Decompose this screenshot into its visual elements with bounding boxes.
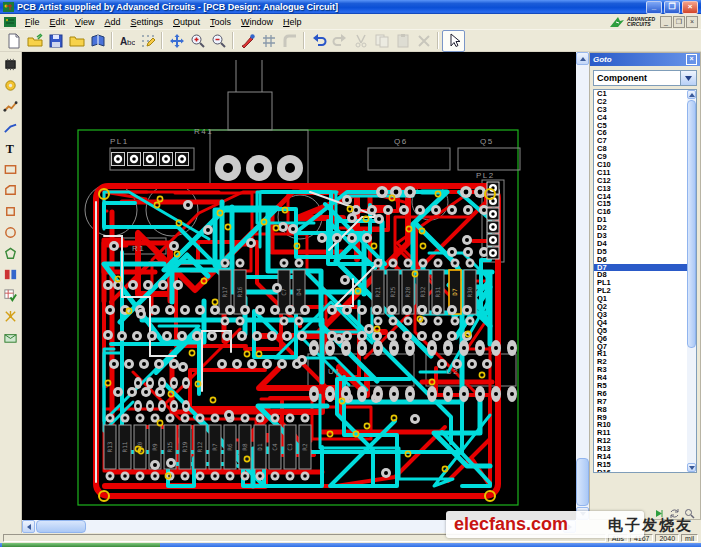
menu-item-output[interactable]: Output <box>168 16 205 28</box>
tool-square-button[interactable] <box>1 202 20 221</box>
menu-item-add[interactable]: Add <box>99 16 125 28</box>
canvas-vscrollbar[interactable] <box>576 52 589 520</box>
scroll-right-button[interactable] <box>563 520 576 533</box>
goto-list-item-c16[interactable]: C16 <box>594 208 696 216</box>
menu-item-tools[interactable]: Tools <box>205 16 236 28</box>
menu-item-settings[interactable]: Settings <box>125 16 168 28</box>
goto-list-item-r6[interactable]: R6 <box>594 390 696 398</box>
goto-list-item-r2[interactable]: R2 <box>594 358 696 366</box>
goto-list-item-r3[interactable]: R3 <box>594 366 696 374</box>
toolbar-cut-button[interactable] <box>350 31 371 51</box>
restore-button[interactable]: ❐ <box>664 1 680 14</box>
toolbar-save-button[interactable] <box>45 31 66 51</box>
goto-list-item-c5[interactable]: C5 <box>594 122 696 130</box>
menu-item-edit[interactable]: Edit <box>45 16 71 28</box>
toolbar-zoom-in-button[interactable] <box>187 31 208 51</box>
goto-list-item-r1[interactable]: R1 <box>594 350 696 358</box>
scroll-left-button[interactable] <box>22 520 35 533</box>
goto-list-item-d6[interactable]: D6 <box>594 256 696 264</box>
tool-shape-button[interactable] <box>1 181 20 200</box>
chevron-down-icon[interactable] <box>680 71 696 85</box>
goto-list-item-c8[interactable]: C8 <box>594 145 696 153</box>
goto-component-list[interactable]: C1C2C3C4C5C6C7C8C9C10C11C12C13C14C15C16D… <box>593 89 697 473</box>
tool-polygon-button[interactable] <box>1 244 20 263</box>
toolbar-open-button[interactable] <box>24 31 45 51</box>
goto-list-item-d5[interactable]: D5 <box>594 248 696 256</box>
tool-track-button[interactable] <box>1 97 20 116</box>
toolbar-undo-button[interactable] <box>308 31 329 51</box>
mdi-minimize-button[interactable]: _ <box>660 16 672 28</box>
goto-list-item-q4[interactable]: Q4 <box>594 319 696 327</box>
goto-list-item-d4[interactable]: D4 <box>594 240 696 248</box>
goto-list-item-q3[interactable]: Q3 <box>594 311 696 319</box>
tool-connections-button[interactable] <box>1 307 20 326</box>
toolbar-colors-button[interactable] <box>237 31 258 51</box>
mdi-close-button[interactable]: × <box>686 16 698 28</box>
list-scroll-down-button[interactable] <box>687 463 696 472</box>
toolbar-new-button[interactable] <box>3 31 24 51</box>
goto-refresh-icon[interactable] <box>669 505 680 516</box>
pcb-canvas[interactable]: R17R16C7D4R21R25R28R32R31D7R30R13R11R10R… <box>22 52 576 520</box>
goto-run-icon[interactable] <box>654 505 665 516</box>
toolbar-redo-button[interactable] <box>329 31 350 51</box>
toolbar-corner-button[interactable] <box>279 31 300 51</box>
toolbar-select-pointer-button[interactable] <box>442 30 465 52</box>
goto-list-item-r8[interactable]: R8 <box>594 406 696 414</box>
menu-item-file[interactable]: File <box>20 16 45 28</box>
goto-list-item-d1[interactable]: D1 <box>594 216 696 224</box>
goto-list-item-q2[interactable]: Q2 <box>594 303 696 311</box>
goto-panel-header[interactable]: Goto × <box>590 53 700 66</box>
hscroll-thumb[interactable] <box>36 520 86 533</box>
menu-item-view[interactable]: View <box>70 16 99 28</box>
tool-rectangle-button[interactable] <box>1 160 20 179</box>
goto-list-item-q7[interactable]: Q7 <box>594 343 696 351</box>
goto-search-icon[interactable] <box>684 505 695 516</box>
goto-list-item-q1[interactable]: Q1 <box>594 295 696 303</box>
goto-list-item-d3[interactable]: D3 <box>594 232 696 240</box>
toolbar-grid-button[interactable] <box>258 31 279 51</box>
toolbar-folder-button[interactable] <box>66 31 87 51</box>
toolbar-zoom-out-button[interactable] <box>208 31 229 51</box>
scroll-down-button[interactable] <box>576 507 589 520</box>
goto-list-item-q6[interactable]: Q6 <box>594 335 696 343</box>
minimize-button[interactable]: _ <box>646 1 662 14</box>
menu-item-window[interactable]: Window <box>236 16 278 28</box>
scroll-up-button[interactable] <box>576 52 589 65</box>
goto-list-item-r5[interactable]: R5 <box>594 382 696 390</box>
tool-shape-line-button[interactable] <box>1 118 20 137</box>
goto-list-item-q5[interactable]: Q5 <box>594 327 696 335</box>
canvas-hscrollbar[interactable] <box>22 520 576 533</box>
toolbar-text-button[interactable]: Abc <box>116 31 137 51</box>
goto-list-item-c1[interactable]: C1 <box>594 90 696 98</box>
toolbar-copy-button[interactable] <box>371 31 392 51</box>
list-scroll-thumb[interactable] <box>687 100 696 348</box>
toolbar-library-button[interactable] <box>87 31 108 51</box>
goto-list-item-pl2[interactable]: PL2 <box>594 287 696 295</box>
toolbar-pan-button[interactable] <box>166 31 187 51</box>
tool-text-tool-button[interactable]: T <box>1 139 20 158</box>
toolbar-paste-button[interactable] <box>392 31 413 51</box>
goto-list-item-c4[interactable]: C4 <box>594 114 696 122</box>
tool-symbol-button[interactable] <box>1 265 20 284</box>
goto-close-icon[interactable]: × <box>686 54 697 65</box>
tool-import-button[interactable] <box>1 328 20 347</box>
toolbar-design-grid-button[interactable] <box>137 31 158 51</box>
close-button[interactable]: × <box>682 1 698 14</box>
toolbar-delete-button[interactable] <box>413 31 434 51</box>
goto-list-item-c2[interactable]: C2 <box>594 98 696 106</box>
tool-pad-button[interactable] <box>1 76 20 95</box>
goto-list-item-r16[interactable]: R16 <box>594 469 696 473</box>
goto-list-item-c6[interactable]: C6 <box>594 129 696 137</box>
goto-list-item-d2[interactable]: D2 <box>594 224 696 232</box>
list-scroll-up-button[interactable] <box>687 90 696 99</box>
goto-list-item-c3[interactable]: C3 <box>594 106 696 114</box>
tool-design-check-button[interactable] <box>1 286 20 305</box>
mdi-restore-button[interactable]: ❐ <box>673 16 685 28</box>
goto-type-select[interactable]: Component <box>593 70 697 86</box>
tool-ellipse-button[interactable] <box>1 223 20 242</box>
goto-list-item-r4[interactable]: R4 <box>594 374 696 382</box>
goto-list-scrollbar[interactable] <box>687 90 696 472</box>
goto-list-item-r7[interactable]: R7 <box>594 398 696 406</box>
vscroll-thumb[interactable] <box>576 458 589 506</box>
goto-list-item-c7[interactable]: C7 <box>594 137 696 145</box>
